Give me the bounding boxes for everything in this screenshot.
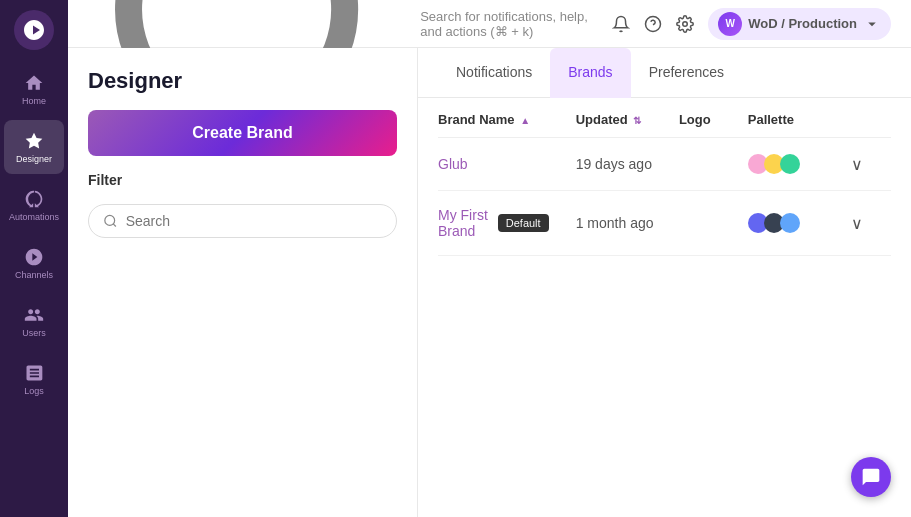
sidebar-item-home[interactable]: Home — [4, 62, 64, 116]
col-logo: Logo — [679, 112, 748, 127]
expand-button-glub[interactable]: ∨ — [851, 155, 863, 174]
updated-cell-glub: 19 days ago — [576, 156, 679, 172]
palette-myfirstbrand — [748, 213, 851, 233]
col-updated: Updated ⇅ — [576, 112, 679, 127]
sidebar: Home Designer Automations Channels Users… — [0, 0, 68, 517]
tab-preferences[interactable]: Preferences — [631, 48, 742, 98]
col-brand-name: Brand Name ▲ — [438, 112, 576, 127]
sidebar-item-channels-label: Channels — [15, 270, 53, 280]
brand-link-glub[interactable]: Glub — [438, 156, 468, 172]
search-input[interactable] — [126, 213, 382, 229]
search-hint: Search for notifications, help, and acti… — [420, 9, 600, 39]
expand-button-myfirstbrand[interactable]: ∨ — [851, 214, 863, 233]
app-logo[interactable] — [14, 10, 54, 50]
sort-icon-brand: ▲ — [520, 115, 530, 126]
filter-section: Filter — [88, 172, 397, 188]
default-badge: Default — [498, 214, 549, 232]
col-palette: Pallette — [748, 112, 851, 127]
topbar: Search for notifications, help, and acti… — [68, 0, 911, 48]
content-area: Designer Create Brand Filter Notificatio… — [68, 48, 911, 517]
sidebar-item-logs-label: Logs — [24, 386, 44, 396]
user-env-label: WoD / Production — [748, 16, 857, 31]
sidebar-item-home-label: Home — [22, 96, 46, 106]
brand-name-cell: Glub — [438, 155, 576, 173]
brand-link-myfirstbrand[interactable]: My FirstBrand — [438, 207, 488, 239]
brand-name-cell-2: My FirstBrand Default — [438, 207, 576, 239]
topbar-icons: W WoD / Production — [612, 8, 891, 40]
panel-title: Designer — [88, 68, 397, 94]
palette-dot-3 — [780, 154, 800, 174]
expand-cell-2: ∨ — [851, 214, 891, 233]
chevron-down-icon — [863, 15, 881, 33]
svg-point-4 — [105, 215, 115, 225]
avatar: W — [718, 12, 742, 36]
sidebar-item-users-label: Users — [22, 328, 46, 338]
sidebar-item-designer-label: Designer — [16, 154, 52, 164]
table-row: My FirstBrand Default 1 month ago ∨ — [438, 191, 891, 256]
settings-icon[interactable] — [676, 15, 694, 33]
search-box-icon — [103, 213, 118, 229]
create-brand-button[interactable]: Create Brand — [88, 110, 397, 156]
notifications-icon[interactable] — [612, 15, 630, 33]
sidebar-item-automations[interactable]: Automations — [4, 178, 64, 232]
sort-icon-updated: ⇅ — [633, 115, 641, 126]
sidebar-item-designer[interactable]: Designer — [4, 120, 64, 174]
table-header: Brand Name ▲ Updated ⇅ Logo Pallette — [438, 98, 891, 138]
sidebar-item-automations-label: Automations — [9, 212, 59, 222]
chat-fab[interactable] — [851, 457, 891, 497]
palette-dot-6 — [780, 213, 800, 233]
user-menu[interactable]: W WoD / Production — [708, 8, 891, 40]
tabs-bar: Notifications Brands Preferences — [418, 48, 911, 98]
main-area: Search for notifications, help, and acti… — [68, 0, 911, 517]
tab-brands[interactable]: Brands — [550, 48, 630, 98]
col-expand — [851, 112, 891, 127]
updated-cell-myfirstbrand: 1 month ago — [576, 215, 679, 231]
svg-point-3 — [683, 21, 688, 26]
palette-glub — [748, 154, 851, 174]
right-panel: Notifications Brands Preferences Brand N… — [418, 48, 911, 517]
sidebar-item-logs[interactable]: Logs — [4, 352, 64, 406]
left-panel: Designer Create Brand Filter — [68, 48, 418, 517]
filter-label: Filter — [88, 172, 397, 188]
chat-icon — [861, 467, 881, 487]
sidebar-item-users[interactable]: Users — [4, 294, 64, 348]
search-box[interactable] — [88, 204, 397, 238]
help-icon[interactable] — [644, 15, 662, 33]
expand-cell: ∨ — [851, 155, 891, 174]
sidebar-item-channels[interactable]: Channels — [4, 236, 64, 290]
table-row: Glub 19 days ago ∨ — [438, 138, 891, 191]
brands-table: Brand Name ▲ Updated ⇅ Logo Pallette — [418, 98, 911, 517]
tab-notifications[interactable]: Notifications — [438, 48, 550, 98]
